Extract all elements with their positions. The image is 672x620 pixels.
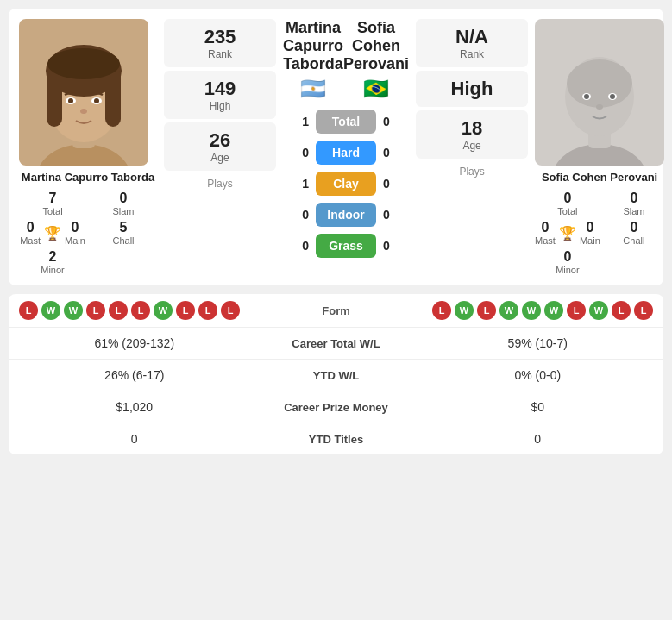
stat-center-0: Career Total W/L	[250, 337, 423, 350]
right-slam-label: Slam	[604, 206, 664, 216]
right-rank-box: N/A Rank	[416, 19, 528, 67]
indoor-badge: Indoor	[316, 203, 376, 227]
left-high-label: High	[174, 100, 266, 112]
left-stats-grid: 7 Total 0 Slam 0 Mast 🏆 0 Main	[19, 191, 157, 275]
left-age-label: Age	[174, 152, 266, 164]
grass-score-right: 0	[383, 239, 409, 253]
stat-left-1: 26% (6-17)	[19, 368, 250, 382]
left-minor-label: Minor	[19, 265, 86, 275]
right-mast-value: 0	[535, 220, 556, 235]
form-left: LWWLLLWLLL	[19, 301, 285, 320]
form-badge-right: W	[589, 301, 608, 320]
left-chall-label: Chall	[90, 235, 157, 246]
left-age-value: 26	[174, 129, 266, 152]
right-rank-label: Rank	[426, 48, 518, 60]
right-name-group: Sofia Cohen Perovani 🇧🇷	[343, 19, 409, 101]
svg-point-11	[80, 109, 87, 114]
left-slam-value: 0	[90, 191, 157, 206]
left-player-info: Martina Capurro Taborda 7 Total 0 Slam 0…	[19, 19, 157, 275]
form-badge-left: L	[198, 301, 217, 320]
right-minor-value: 0	[535, 249, 600, 265]
right-minor-label: Minor	[535, 265, 600, 275]
left-name-top: Martina Capurro Taborda	[283, 19, 343, 73]
svg-point-22	[596, 104, 603, 110]
surface-grass-row: 0 Grass 0	[283, 234, 409, 258]
right-high-box: High	[416, 71, 528, 107]
left-age-box: 26 Age	[164, 122, 276, 171]
left-name-line1: Martina Capurro	[283, 19, 343, 54]
form-badge-left: L	[19, 301, 38, 320]
form-badge-left: L	[176, 301, 195, 320]
stat-left-0: 61% (209-132)	[19, 336, 250, 350]
form-badge-left: L	[109, 301, 128, 320]
form-badge-right: L	[567, 301, 586, 320]
names-row: Martina Capurro Taborda 🇦🇷 Sofia Cohen P…	[283, 19, 409, 101]
right-chall-label: Chall	[604, 235, 664, 246]
left-high-box: 149 High	[164, 71, 276, 119]
left-name-line2: Taborda	[283, 55, 343, 72]
right-total-value: 0	[535, 191, 600, 206]
form-badge-left: L	[86, 301, 105, 320]
form-badge-left: L	[221, 301, 240, 320]
form-badge-right: W	[455, 301, 474, 320]
stats-row: 0 YTD Titles 0	[9, 423, 663, 454]
right-plays-label: Plays	[416, 166, 528, 178]
stats-row: 61% (209-132) Career Total W/L 59% (10-7…	[9, 328, 663, 360]
stat-right-3: 0	[423, 432, 654, 446]
form-row: LWWLLLWLLL Form LWLWWWLWLL	[9, 294, 663, 328]
svg-point-10	[94, 98, 99, 103]
left-total-label: Total	[19, 206, 86, 216]
form-badge-right: L	[634, 301, 653, 320]
left-rank-box: 235 Rank	[164, 19, 276, 67]
right-flag: 🇧🇷	[363, 77, 389, 101]
left-player-name: Martina Capurro Taborda	[19, 171, 157, 184]
left-mast-value: 0	[20, 220, 41, 235]
center-column: Martina Capurro Taborda 🇦🇷 Sofia Cohen P…	[283, 19, 409, 275]
left-mast-cell: 0 Mast 🏆 0 Main	[19, 220, 86, 246]
form-badge-left: W	[41, 301, 60, 320]
left-total-value: 7	[19, 191, 86, 206]
left-high-value: 149	[174, 78, 266, 100]
stat-left-3: 0	[19, 432, 250, 446]
left-main-value: 0	[65, 220, 85, 235]
right-high-value: High	[426, 78, 518, 100]
right-age-label: Age	[426, 140, 518, 152]
stats-row: $1,020 Career Prize Money $0	[9, 391, 663, 423]
hard-score-left: 0	[283, 146, 309, 160]
form-badge-right: W	[522, 301, 541, 320]
right-name-top-text: Sofia Cohen Perovani	[343, 19, 409, 72]
left-flag: 🇦🇷	[300, 77, 326, 101]
main-container: Martina Capurro Taborda 7 Total 0 Slam 0…	[0, 0, 672, 467]
right-stats-grid: 0 Total 0 Slam 0 Mast 🏆 0 Main	[535, 191, 664, 275]
left-slam-cell: 0 Slam	[90, 191, 157, 216]
right-player-name: Sofia Cohen Perovani	[535, 171, 664, 184]
grass-badge: Grass	[316, 234, 376, 258]
stat-left-2: $1,020	[19, 400, 250, 414]
left-minor-cell: 2 Minor	[19, 249, 86, 275]
svg-point-17	[567, 59, 632, 108]
stat-right-0: 59% (10-7)	[423, 336, 654, 350]
left-chall-value: 5	[90, 220, 157, 235]
form-badge-left: L	[131, 301, 150, 320]
stat-center-2: Career Prize Money	[250, 401, 423, 414]
stat-right-1: 0% (0-0)	[423, 368, 654, 382]
left-rank-value: 235	[174, 26, 266, 48]
right-total-label: Total	[535, 206, 600, 216]
right-player-photo	[535, 19, 664, 166]
clay-score-left: 1	[283, 177, 309, 191]
left-player-photo	[19, 19, 148, 166]
comparison-section: Martina Capurro Taborda 7 Total 0 Slam 0…	[9, 9, 663, 285]
right-total-cell: 0 Total	[535, 191, 600, 216]
surface-clay-row: 1 Clay 0	[283, 172, 409, 196]
left-mast-label: Mast	[20, 235, 41, 246]
left-rank-label: Rank	[174, 48, 266, 60]
left-plays-label: Plays	[164, 178, 276, 190]
form-badge-right: L	[612, 301, 631, 320]
stats-row: 26% (6-17) YTD W/L 0% (0-0)	[9, 360, 663, 391]
indoor-score-right: 0	[383, 208, 409, 222]
stat-center-3: YTD Titles	[250, 433, 423, 446]
hard-badge: Hard	[316, 141, 376, 165]
right-stat-boxes: N/A Rank High 18 Age Plays	[416, 19, 528, 275]
total-score-right: 0	[383, 115, 409, 128]
form-right: LWLWWWLWLL	[388, 301, 654, 320]
